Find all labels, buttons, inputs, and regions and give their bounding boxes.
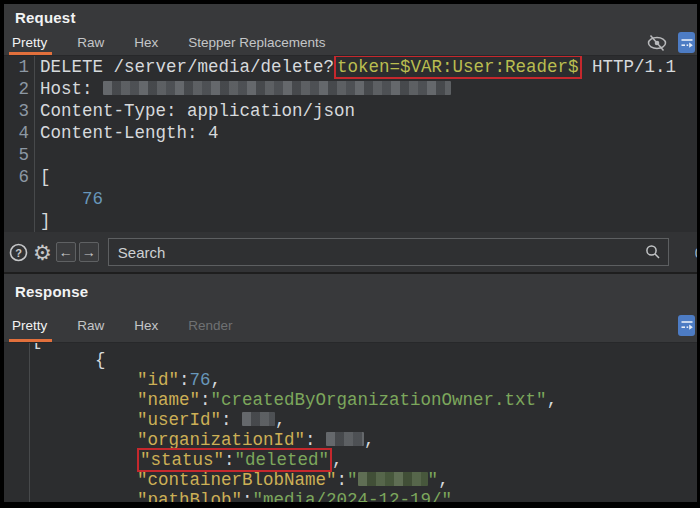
line-number: 5 (4, 144, 40, 166)
tab-render[interactable]: Render (188, 308, 232, 342)
match-count: 0 m (695, 244, 697, 261)
request-header: Request (4, 4, 697, 30)
code-line: "containerBlobName":"", (4, 470, 697, 490)
highlight-box: token=$VAR:User:Reader$ (336, 57, 580, 77)
search-toolbar: ? ⚙ ← → 0 m (4, 232, 697, 272)
code-line: 4Content-Length: 4 (4, 122, 697, 144)
app-panel: Request PrettyRawHexStepper Replacements (4, 4, 697, 502)
code-line: "organizationId": , (4, 430, 697, 450)
response-header: Response (4, 274, 697, 308)
search-input[interactable] (108, 238, 669, 266)
tab-stepper-replacements[interactable]: Stepper Replacements (188, 30, 325, 55)
request-tabs: PrettyRawHexStepper Replacements (12, 30, 356, 55)
request-code: 1DELETE /server/media/delete?token=$VAR:… (4, 56, 697, 232)
word-wrap-icon[interactable] (678, 32, 695, 53)
line-number (4, 450, 32, 470)
code-line: 5 (4, 144, 697, 166)
request-title: Request (15, 9, 76, 26)
redacted-value (242, 412, 275, 426)
line-number: 1 (4, 56, 40, 78)
tab-raw[interactable]: Raw (77, 308, 104, 342)
code-line: "userId": , (4, 410, 697, 430)
search-icon (645, 244, 661, 264)
response-tabbar: PrettyRawHexRender (4, 308, 697, 342)
redacted-value (358, 472, 428, 486)
code-line: { (4, 350, 697, 370)
code-line: 3Content-Type: application/json (4, 100, 697, 122)
code-line: 6[ (4, 166, 697, 188)
settings-gear-icon[interactable]: ⚙ (33, 242, 52, 263)
response-editor[interactable]: [ { "id":76, "name":"createdByOrganizati… (4, 342, 697, 502)
code-line: "pathBlob":"media/2024-12-19/" (4, 490, 697, 502)
redacted-value (103, 81, 451, 95)
line-number (4, 370, 32, 390)
line-number (4, 350, 32, 370)
word-wrap-icon[interactable] (678, 315, 695, 336)
line-number (4, 188, 40, 210)
code-line: 1DELETE /server/media/delete?token=$VAR:… (4, 56, 697, 78)
hide-matches-icon[interactable] (645, 33, 669, 53)
request-tabbar: PrettyRawHexStepper Replacements (4, 30, 697, 55)
response-code: [ { "id":76, "name":"createdByOrganizati… (4, 342, 697, 502)
code-line: "name":"createdByOrganizationOwner.txt", (4, 390, 697, 410)
line-number: 6 (4, 166, 40, 188)
line-number: 2 (4, 78, 40, 100)
request-editor[interactable]: 1DELETE /server/media/delete?token=$VAR:… (4, 55, 697, 232)
line-number (4, 470, 32, 490)
line-number (4, 390, 32, 410)
line-number: 3 (4, 100, 40, 122)
code-line: 2Host: (4, 78, 697, 100)
redacted-value (326, 432, 364, 446)
code-line: ] (4, 210, 697, 232)
forward-arrow-icon: → (82, 244, 96, 260)
back-arrow-icon: ← (59, 244, 73, 260)
message-editor-window: Request PrettyRawHexStepper Replacements (0, 0, 700, 508)
line-number (4, 210, 40, 232)
line-number: 4 (4, 122, 40, 144)
code-line: "id":76, (4, 370, 697, 390)
next-match-button[interactable]: → (79, 242, 99, 262)
svg-text:?: ? (15, 246, 22, 258)
highlight-box: "status":"deleted" (139, 450, 330, 470)
response-title: Response (15, 283, 88, 300)
previous-match-button[interactable]: ← (56, 242, 76, 262)
tab-raw[interactable]: Raw (77, 30, 104, 55)
response-tabs: PrettyRawHexRender (12, 308, 263, 342)
line-number (4, 490, 32, 502)
tab-pretty[interactable]: Pretty (12, 30, 47, 55)
line-number (4, 430, 32, 450)
code-line: "status":"deleted", (4, 450, 697, 470)
tab-hex[interactable]: Hex (134, 30, 158, 55)
code-line: 76 (4, 188, 697, 210)
tab-pretty[interactable]: Pretty (12, 308, 47, 342)
tab-hex[interactable]: Hex (134, 308, 158, 342)
line-number (4, 410, 32, 430)
code-line: [ (4, 342, 697, 350)
line-number (4, 342, 32, 350)
help-icon[interactable]: ? (9, 243, 28, 262)
